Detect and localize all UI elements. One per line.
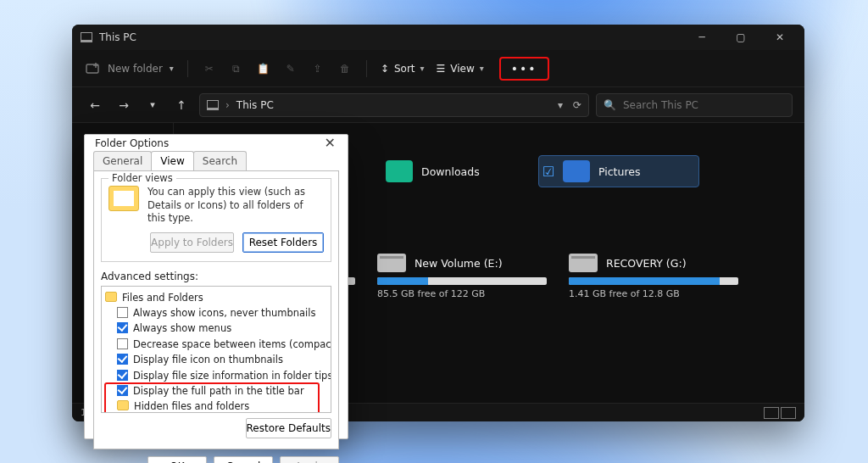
reset-folders-button[interactable]: Reset Folders [242, 232, 324, 253]
ellipsis-icon: ••• [511, 62, 537, 75]
sort-button[interactable]: ↕ Sort ▾ [381, 63, 425, 75]
tab-search[interactable]: Search [193, 151, 247, 170]
dl-icon [386, 160, 413, 182]
back-button[interactable]: ← [84, 98, 106, 112]
command-bar: New folder ▾ ✂ ⧉ 📋 ✎ ⇪ 🗑 ↕ Sort ▾ ☰ View… [72, 50, 804, 87]
drive-name: RECOVERY (G:) [606, 257, 687, 270]
advanced-item-label: Files and Folders [122, 290, 203, 305]
chevron-down-icon: ▾ [170, 64, 174, 73]
advanced-item[interactable]: Hidden files and folders [105, 399, 327, 412]
chevron-down-icon: ▾ [420, 64, 425, 73]
checkbox[interactable] [117, 385, 128, 396]
breadcrumb: This PC [236, 99, 274, 111]
checkbox[interactable] [117, 338, 128, 349]
drive-free-text: 85.5 GB free of 122 GB [377, 288, 547, 299]
more-options-button[interactable]: ••• [499, 57, 549, 81]
search-icon: 🔍 [604, 99, 616, 111]
advanced-item[interactable]: Always show menus [105, 321, 327, 336]
folder-views-text: You can apply this view (such as Details… [147, 186, 324, 226]
advanced-settings-list[interactable]: Files and FoldersAlways show icons, neve… [101, 286, 331, 413]
apply-to-folders-button[interactable]: Apply to Folders [150, 232, 234, 253]
tab-general[interactable]: General [93, 151, 152, 170]
new-folder-button[interactable]: New folder ▾ [86, 61, 174, 76]
drive-capacity-bar [569, 277, 738, 285]
chevron-down-icon: ▾ [480, 64, 484, 73]
tiles-layout-button[interactable] [781, 407, 796, 419]
ok-button[interactable]: OK [147, 456, 207, 463]
advanced-item[interactable]: Display the full path in the title bar [105, 383, 327, 399]
cut-icon[interactable]: ✂ [202, 61, 217, 76]
advanced-item[interactable]: Files and Folders [105, 290, 327, 305]
checkbox[interactable] [117, 307, 128, 318]
maximize-button[interactable]: ▢ [721, 25, 760, 50]
folder-downloads[interactable]: Downloads [362, 155, 523, 187]
rename-icon[interactable]: ✎ [283, 61, 298, 76]
cancel-button[interactable]: Cancel [214, 456, 273, 463]
forward-button[interactable]: → [113, 98, 135, 112]
minimize-button[interactable]: ─ [682, 25, 721, 50]
drive-icon [377, 254, 406, 272]
advanced-item[interactable]: Decrease space between items (compact vi… [105, 337, 327, 352]
dialog-title: Folder Options [95, 137, 169, 149]
advanced-item-label: Display file size information in folder … [133, 368, 331, 383]
folder-label: Pictures [598, 165, 641, 178]
close-icon[interactable]: ✕ [320, 135, 341, 151]
details-layout-button[interactable] [764, 407, 779, 419]
recent-locations-button[interactable]: ▾ [142, 99, 164, 110]
folder-label: Downloads [421, 165, 480, 178]
checkbox[interactable] [117, 322, 128, 333]
apply-button[interactable]: Apply [280, 456, 339, 463]
restore-defaults-button[interactable]: Restore Defaults [246, 418, 331, 438]
pics-icon [563, 160, 590, 182]
refresh-icon[interactable]: ⟳ [573, 99, 581, 111]
folder-pictures[interactable]: ☑Pictures [538, 155, 699, 187]
drive-name: New Volume (E:) [415, 257, 503, 270]
folder-views-group: Folder views You can apply this view (su… [101, 178, 331, 262]
tab-panel-view: Folder views You can apply this view (su… [93, 170, 339, 449]
chevron-down-icon[interactable]: ▾ [558, 99, 563, 111]
folder-icon [117, 400, 129, 410]
drive-free-text: 1.41 GB free of 12.8 GB [569, 288, 738, 299]
delete-icon[interactable]: 🗑 [337, 61, 353, 76]
this-pc-icon [207, 100, 219, 110]
advanced-item-label: Hidden files and folders [134, 399, 249, 412]
folder-views-legend: Folder views [108, 172, 176, 184]
share-icon[interactable]: ⇪ [310, 61, 326, 76]
advanced-item-label: Display file icon on thumbnails [133, 352, 283, 367]
checkbox[interactable] [117, 354, 128, 365]
drive-capacity-bar [377, 277, 547, 285]
checkbox[interactable] [117, 370, 128, 381]
address-bar-row: ← → ▾ ↑ › This PC ▾ ⟳ 🔍 [72, 87, 804, 123]
drive-icon [569, 254, 598, 272]
advanced-item-label: Display the full path in the title bar [133, 383, 304, 399]
advanced-item[interactable]: Display file size information in folder … [105, 368, 327, 383]
titlebar: This PC ─ ▢ ✕ [72, 25, 804, 50]
up-button[interactable]: ↑ [170, 98, 192, 112]
paste-icon[interactable]: 📋 [256, 61, 271, 76]
search-input[interactable] [623, 99, 785, 111]
advanced-item-label: Always show icons, never thumbnails [133, 305, 315, 321]
advanced-item[interactable]: Always show icons, never thumbnails [105, 305, 327, 321]
folder-views-icon [108, 186, 139, 211]
advanced-item[interactable]: Display file icon on thumbnails [105, 352, 327, 367]
copy-icon[interactable]: ⧉ [229, 61, 244, 76]
advanced-item-label: Always show menus [133, 321, 231, 336]
advanced-settings-label: Advanced settings: [101, 271, 331, 282]
view-button[interactable]: ☰ View ▾ [437, 63, 484, 75]
window-title: This PC [99, 31, 136, 43]
sort-icon: ↕ [381, 63, 389, 75]
advanced-item-label: Decrease space between items (compact vi… [133, 337, 331, 352]
view-icon: ☰ [437, 63, 446, 75]
address-bar[interactable]: › This PC ▾ ⟳ [199, 93, 589, 117]
search-box[interactable]: 🔍 [596, 93, 793, 117]
folder-icon [105, 292, 117, 302]
new-folder-label: New folder [108, 63, 163, 75]
drive-new-volume-e-[interactable]: New Volume (E:)85.5 GB free of 122 GB [377, 254, 547, 299]
this-pc-icon [81, 32, 92, 42]
close-button[interactable]: ✕ [760, 25, 799, 50]
folder-options-dialog: Folder Options ✕ General View Search Fol… [84, 134, 348, 439]
dialog-titlebar: Folder Options ✕ [85, 135, 348, 151]
new-folder-icon [86, 61, 101, 76]
drive-recovery-g-[interactable]: RECOVERY (G:)1.41 GB free of 12.8 GB [569, 254, 738, 299]
tab-view[interactable]: View [151, 151, 193, 170]
